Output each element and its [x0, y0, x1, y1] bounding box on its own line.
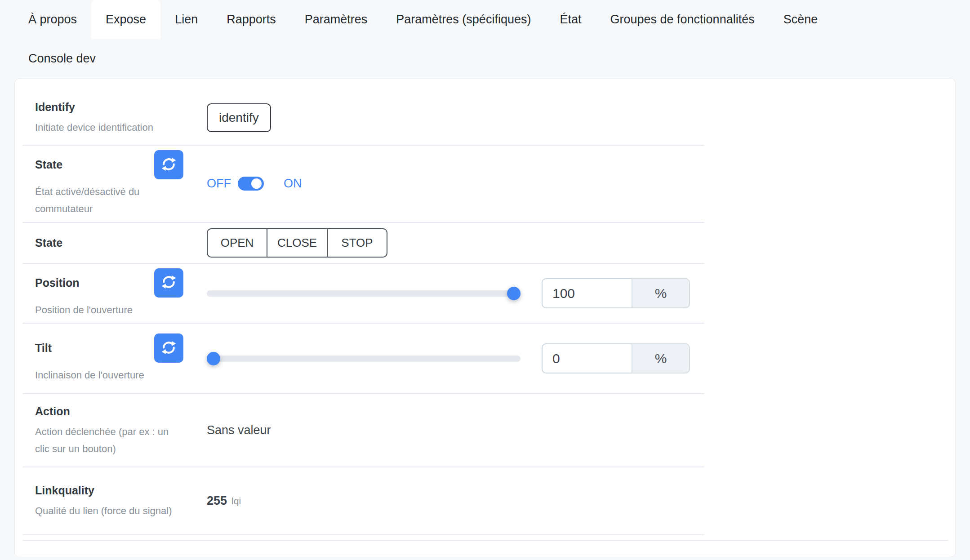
switch-off-label[interactable]: OFF — [207, 177, 231, 191]
close-button[interactable]: CLOSE — [267, 228, 327, 258]
linkquality-label: Linkquality — [35, 483, 94, 498]
card-bottom-divider — [22, 540, 948, 541]
expose-row-position: Position — [22, 264, 704, 324]
tab-scene[interactable]: Scène — [769, 0, 832, 39]
switch-on-label[interactable]: ON — [284, 177, 302, 191]
device-tabbar: À propos Expose Lien Rapports Paramètres… — [0, 0, 970, 78]
position-slider-thumb[interactable] — [507, 287, 521, 300]
state-switch-label: State — [35, 157, 62, 173]
tab-a-propos[interactable]: À propos — [14, 0, 91, 39]
tab-rapports[interactable]: Rapports — [212, 0, 290, 39]
state-switch-description: État activé/désactivé du commutateur — [35, 183, 183, 218]
expose-row-identify: Identify Initiate device identification … — [22, 90, 704, 146]
expose-row-state-switch: State — [22, 146, 704, 223]
action-description: Action déclenchée (par ex : un clic sur … — [35, 423, 183, 458]
state-refresh-button[interactable] — [154, 150, 183, 179]
cover-button-group: OPEN CLOSE STOP — [207, 228, 387, 258]
tab-console-dev[interactable]: Console dev — [14, 39, 110, 78]
tilt-unit: % — [632, 343, 690, 373]
open-button[interactable]: OPEN — [207, 228, 267, 258]
position-refresh-button[interactable] — [154, 268, 183, 298]
tilt-slider-thumb[interactable] — [207, 352, 220, 365]
tilt-label: Tilt — [35, 340, 52, 356]
identify-button[interactable]: identify — [207, 103, 271, 132]
tilt-description: Inclinaison de l'ouverture — [35, 367, 183, 384]
tab-parametres[interactable]: Paramètres — [290, 0, 382, 39]
expose-row-state-cover: State OPEN CLOSE STOP — [22, 223, 704, 264]
action-label: Action — [35, 404, 70, 419]
tilt-slider[interactable] — [207, 356, 521, 362]
tilt-input-group: % — [542, 343, 690, 373]
position-input[interactable] — [542, 278, 632, 308]
tab-etat[interactable]: État — [545, 0, 596, 39]
action-value: Sans valeur — [207, 423, 271, 437]
expose-row-tilt: Tilt — [22, 324, 704, 394]
position-slider[interactable] — [207, 290, 521, 297]
exposes-list: Identify Initiate device identification … — [22, 90, 704, 535]
linkquality-unit: lqi — [231, 496, 241, 507]
refresh-icon — [160, 339, 177, 357]
tab-expose[interactable]: Expose — [91, 0, 160, 39]
tab-groupes-fonctionnalites[interactable]: Groupes de fonctionnalités — [596, 0, 769, 39]
identify-description: Initiate device identification — [35, 119, 183, 136]
exposes-card: Identify Initiate device identification … — [14, 78, 956, 557]
linkquality-value: 255 — [207, 494, 227, 508]
refresh-icon — [160, 156, 177, 174]
stop-button[interactable]: STOP — [327, 228, 387, 258]
identify-label: Identify — [35, 99, 75, 115]
tab-parametres-specifiques[interactable]: Paramètres (spécifiques) — [382, 0, 545, 39]
position-input-group: % — [542, 278, 690, 308]
state-toggle[interactable] — [238, 177, 264, 191]
tilt-refresh-button[interactable] — [154, 333, 183, 363]
position-label: Position — [35, 275, 80, 291]
position-unit: % — [632, 278, 690, 308]
expose-row-action: Action Action déclenchée (par ex : un cl… — [22, 394, 704, 467]
position-description: Position de l'ouverture — [35, 302, 183, 319]
state-cover-label: State — [35, 235, 62, 251]
refresh-icon — [160, 274, 177, 292]
tilt-input[interactable] — [542, 343, 632, 373]
toggle-knob — [251, 178, 262, 189]
linkquality-description: Qualité du lien (force du signal) — [35, 502, 183, 520]
expose-row-linkquality: Linkquality Qualité du lien (force du si… — [22, 467, 704, 535]
tab-lien[interactable]: Lien — [160, 0, 212, 39]
